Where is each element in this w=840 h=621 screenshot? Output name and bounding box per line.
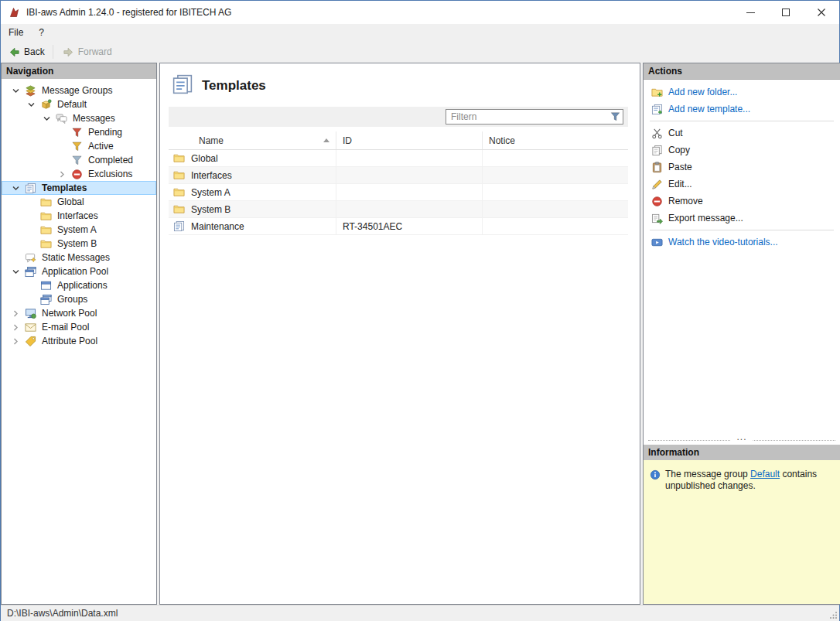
chevron-collapsed-icon[interactable]	[54, 167, 70, 181]
back-arrow-icon	[9, 46, 20, 58]
tree-item-label: Active	[86, 140, 116, 152]
table-row-global[interactable]: Global	[169, 150, 628, 167]
exclusions-icon	[70, 168, 84, 180]
cell-name: Maintenance	[191, 221, 244, 232]
table-row-interfaces[interactable]: Interfaces	[169, 167, 628, 184]
sort-ascending-icon	[323, 138, 330, 142]
email-pool-icon	[23, 321, 37, 333]
column-header-id[interactable]: ID	[336, 131, 483, 149]
menu-file[interactable]: File	[1, 26, 31, 39]
chevron-collapsed-icon[interactable]	[8, 306, 23, 320]
action-remove[interactable]: Remove	[644, 193, 840, 210]
filter-funnel-icon[interactable]	[610, 111, 621, 122]
filter-active-icon	[70, 140, 84, 152]
filter-completed-icon	[70, 154, 84, 166]
tree-item-email-pool[interactable]: E-mail Pool	[2, 320, 156, 334]
chevron-expanded-icon[interactable]	[8, 84, 23, 97]
tree-item-attribute-pool[interactable]: Attribute Pool	[2, 334, 156, 348]
tree-item-label: Message Groups	[39, 84, 114, 97]
chevron-spacer	[23, 278, 39, 292]
cell-id: RT-34501AEC	[343, 221, 402, 232]
column-header-notice[interactable]: Notice	[483, 131, 628, 149]
minimize-icon	[746, 12, 755, 13]
actions-panel: Actions Add new folder... Add new templa…	[643, 63, 840, 605]
default-group-link[interactable]: Default	[750, 469, 780, 479]
statusbar-path: D:\IBI-aws\Admin\Data.xml	[7, 608, 118, 619]
information-header: Information	[644, 445, 840, 461]
table-row-system-b[interactable]: System B	[169, 201, 628, 218]
minimize-button[interactable]	[732, 1, 768, 24]
action-edit[interactable]: Edit...	[644, 176, 840, 193]
tree-item-global[interactable]: Global	[2, 195, 156, 209]
tree-item-label: Completed	[86, 154, 135, 166]
tree-item-exclusions[interactable]: Exclusions	[2, 167, 156, 181]
filter-input-wrap	[446, 109, 623, 125]
action-label: Watch the video-tutorials...	[668, 237, 778, 247]
action-watch-video-tutorials[interactable]: Watch the video-tutorials...	[644, 234, 840, 251]
filter-input[interactable]	[446, 109, 623, 125]
table-row-system-a[interactable]: System A	[169, 184, 628, 201]
folder-icon	[173, 169, 185, 181]
action-add-new-template[interactable]: Add new template...	[644, 101, 840, 118]
action-paste[interactable]: Paste	[644, 159, 840, 176]
action-copy[interactable]: Copy	[644, 142, 840, 159]
back-button[interactable]: Back	[2, 44, 51, 60]
tree-item-completed[interactable]: Completed	[2, 153, 156, 167]
chevron-collapsed-icon[interactable]	[8, 334, 23, 348]
tree-item-label: System B	[55, 237, 99, 250]
action-cut[interactable]: Cut	[644, 125, 840, 142]
close-button[interactable]	[804, 1, 839, 24]
tree-item-active[interactable]: Active	[2, 139, 156, 153]
tree-item-messages[interactable]: Messages	[2, 111, 156, 125]
chevron-collapsed-icon[interactable]	[8, 320, 23, 334]
folder-icon	[173, 186, 185, 198]
table-header: Name ID Notice	[169, 131, 628, 150]
action-export-message[interactable]: Export message...	[644, 210, 840, 227]
info-icon	[650, 469, 661, 604]
action-label: Paste	[668, 162, 692, 172]
column-label-name: Name	[199, 135, 224, 146]
chevron-expanded-icon[interactable]	[8, 264, 23, 278]
tree-item-templates[interactable]: Templates	[2, 181, 156, 195]
tree-item-network-pool[interactable]: Network Pool	[2, 306, 156, 320]
chevron-expanded-icon[interactable]	[23, 97, 39, 111]
export-icon	[650, 213, 664, 224]
table-row-maintenance[interactable]: Maintenance RT-34501AEC	[169, 218, 628, 235]
tree-item-message-groups[interactable]: Message Groups	[2, 84, 156, 97]
tree-item-groups[interactable]: Groups	[2, 292, 156, 306]
information-box: The message group Default contains unpub…	[644, 460, 840, 604]
titlebar: IBI-aws Admin 1.24.0 - registered for IB…	[1, 1, 839, 24]
actions-header: Actions	[644, 63, 840, 80]
add-folder-icon	[650, 87, 664, 98]
maximize-icon	[782, 9, 790, 16]
tree-item-applications[interactable]: Applications	[2, 278, 156, 292]
folder-icon	[173, 152, 185, 164]
cell-name: System B	[191, 204, 230, 215]
tree-item-default[interactable]: Default	[2, 97, 156, 111]
message-groups-icon	[23, 84, 37, 97]
tree-item-system-a[interactable]: System A	[2, 223, 156, 237]
tree-item-application-pool[interactable]: Application Pool	[2, 264, 156, 278]
window-title: IBI-aws Admin 1.24.0 - registered for IB…	[26, 7, 231, 18]
tree-item-interfaces[interactable]: Interfaces	[2, 209, 156, 223]
info-text-before: The message group	[665, 469, 750, 479]
chevron-expanded-icon[interactable]	[39, 111, 54, 125]
actions-overflow-button[interactable]: ...	[730, 432, 753, 442]
chevron-expanded-icon[interactable]	[8, 181, 23, 195]
tree-item-pending[interactable]: Pending	[2, 125, 156, 139]
window-controls	[732, 1, 839, 24]
tree-item-label: Interfaces	[55, 210, 101, 222]
tree-item-static-messages[interactable]: Static Messages	[2, 251, 156, 264]
actions-list: Add new folder... Add new template... Cu…	[644, 84, 840, 251]
action-add-new-folder[interactable]: Add new folder...	[644, 84, 840, 101]
column-header-name[interactable]: Name	[169, 131, 336, 149]
forward-button[interactable]: Forward	[56, 44, 118, 60]
resize-grip[interactable]	[829, 611, 838, 619]
tree-item-label: Default	[55, 98, 89, 111]
chevron-spacer	[23, 292, 39, 306]
table-body: Global Interfaces System A System B Main	[169, 150, 628, 235]
menu-help[interactable]: ?	[31, 26, 52, 39]
app-window: IBI-aws Admin 1.24.0 - registered for IB…	[0, 0, 840, 621]
tree-item-system-b[interactable]: System B	[2, 237, 156, 251]
maximize-button[interactable]	[768, 1, 804, 24]
